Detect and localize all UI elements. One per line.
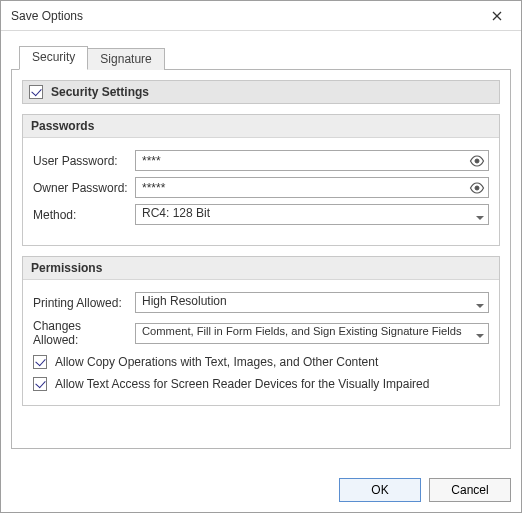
passwords-title: Passwords bbox=[23, 115, 499, 138]
printing-row: Printing Allowed: High Resolution bbox=[33, 292, 489, 313]
permissions-group: Permissions Printing Allowed: High Resol… bbox=[22, 256, 500, 406]
user-password-input[interactable] bbox=[135, 150, 489, 171]
close-button[interactable] bbox=[481, 5, 513, 27]
ok-button[interactable]: OK bbox=[339, 478, 421, 502]
allow-text-access-row: Allow Text Access for Screen Reader Devi… bbox=[33, 377, 489, 391]
changes-select[interactable]: Comment, Fill in Form Fields, and Sign E… bbox=[135, 323, 489, 344]
allow-text-access-checkbox[interactable] bbox=[33, 377, 47, 391]
method-value: RC4: 128 Bit bbox=[135, 204, 489, 225]
tab-security[interactable]: Security bbox=[19, 46, 88, 70]
owner-password-input[interactable] bbox=[135, 177, 489, 198]
titlebar: Save Options bbox=[1, 1, 521, 31]
printing-label: Printing Allowed: bbox=[33, 296, 129, 310]
window-title: Save Options bbox=[11, 9, 83, 23]
permissions-title: Permissions bbox=[23, 257, 499, 280]
cancel-button[interactable]: Cancel bbox=[429, 478, 511, 502]
printing-value: High Resolution bbox=[135, 292, 489, 313]
allow-copy-label: Allow Copy Operations with Text, Images,… bbox=[55, 355, 378, 369]
save-options-dialog: Save Options Security Signature Security… bbox=[0, 0, 522, 513]
changes-label: Changes Allowed: bbox=[33, 319, 129, 347]
eye-icon bbox=[469, 155, 485, 167]
allow-text-access-label: Allow Text Access for Screen Reader Devi… bbox=[55, 377, 429, 391]
svg-point-2 bbox=[475, 159, 479, 163]
security-enable-checkbox[interactable] bbox=[29, 85, 43, 99]
allow-copy-row: Allow Copy Operations with Text, Images,… bbox=[33, 355, 489, 369]
tab-strip: Security Signature bbox=[11, 45, 511, 69]
svg-point-3 bbox=[475, 186, 479, 190]
security-panel: Security Settings Passwords User Passwor… bbox=[11, 69, 511, 449]
allow-copy-checkbox[interactable] bbox=[33, 355, 47, 369]
owner-password-reveal[interactable] bbox=[468, 180, 486, 196]
user-password-row: User Password: bbox=[33, 150, 489, 171]
tab-signature[interactable]: Signature bbox=[87, 48, 164, 70]
user-password-label: User Password: bbox=[33, 154, 129, 168]
dialog-buttons: OK Cancel bbox=[1, 468, 521, 512]
content-area: Security Signature Security Settings Pas… bbox=[1, 31, 521, 468]
security-settings-label: Security Settings bbox=[51, 85, 149, 99]
owner-password-row: Owner Password: bbox=[33, 177, 489, 198]
owner-password-label: Owner Password: bbox=[33, 181, 129, 195]
security-settings-header: Security Settings bbox=[22, 80, 500, 104]
method-select[interactable]: RC4: 128 Bit bbox=[135, 204, 489, 225]
method-row: Method: RC4: 128 Bit bbox=[33, 204, 489, 225]
printing-select[interactable]: High Resolution bbox=[135, 292, 489, 313]
eye-icon bbox=[469, 182, 485, 194]
method-label: Method: bbox=[33, 208, 129, 222]
close-icon bbox=[492, 11, 502, 21]
changes-value: Comment, Fill in Form Fields, and Sign E… bbox=[135, 323, 489, 344]
changes-row: Changes Allowed: Comment, Fill in Form F… bbox=[33, 319, 489, 347]
passwords-group: Passwords User Password: Owner Password: bbox=[22, 114, 500, 246]
user-password-reveal[interactable] bbox=[468, 153, 486, 169]
